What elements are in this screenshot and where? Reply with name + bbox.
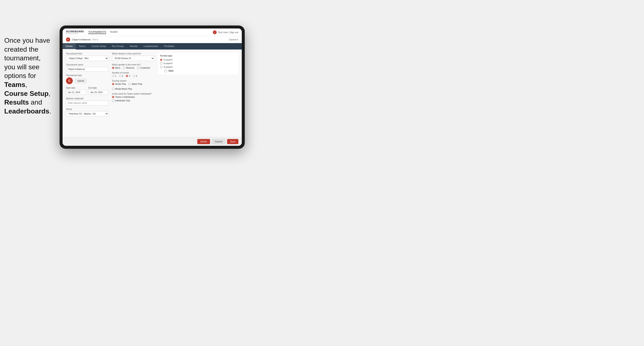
rounds-group: Number of rounds 1 2 3 4 [112, 72, 154, 77]
venue-group: Venue Peachtree GC - Atlanta - GA [66, 108, 108, 117]
gender-radio-group: Mens Womens Combined [112, 67, 154, 69]
scoring-radio-group: Stroke Play Match Play Medal Match Play [112, 83, 154, 90]
logo-preview: C [66, 77, 73, 84]
delete-button[interactable]: Delete [197, 139, 210, 144]
nav-tournaments[interactable]: TOURNAMENTS [88, 31, 106, 34]
col-right: Format type 5 count 4 6 count 4 6 count … [158, 52, 238, 134]
cancel-button-top[interactable]: Cancel X [229, 38, 238, 41]
tournament-host-select[interactable]: Clippd College - Men [66, 56, 108, 61]
teams-label: Is this event for Teams and/or Individua… [112, 93, 154, 95]
tab-details[interactable]: Details [62, 43, 76, 49]
tournament-host-group: Tournament Host Clippd College - Men [66, 52, 108, 61]
rounds-label: Number of rounds [112, 72, 154, 74]
gender-group: Which gender is the event for? Mens Wome… [112, 64, 154, 69]
bottom-bar: Delete Cancel Save [62, 137, 242, 146]
scoring-stroke-play[interactable]: Stroke Play [112, 83, 126, 85]
division-select[interactable]: NCAA Division III [112, 56, 154, 61]
end-date-input[interactable] [88, 90, 108, 95]
start-date-input[interactable] [66, 90, 86, 95]
date-group: Start date End date [66, 87, 108, 95]
individuals-only[interactable]: Individuals Only [112, 99, 130, 102]
instruction-text: Once you have created the tournament, yo… [0, 32, 58, 120]
end-date-group: End date [88, 87, 108, 95]
gender-combined[interactable]: Combined [137, 67, 150, 69]
tournament-name: Clippd Invitational [72, 38, 90, 41]
user-label[interactable]: Test User | Sign out [218, 31, 238, 34]
tab-tee-groups[interactable]: Tee Groups [109, 43, 127, 49]
logo-upload-area: C Upload [66, 77, 108, 84]
scoring-label: Scoring system [112, 80, 154, 82]
venue-label: Venue [66, 108, 108, 110]
logo-sub: Powered by clippd [66, 33, 84, 34]
format-title: Format type [160, 55, 236, 57]
tournament-name-label: Tournament name [66, 64, 108, 66]
instruction-line2: created the [4, 45, 38, 53]
breadcrumb-icon: C [66, 37, 70, 42]
breadcrumb-bar: C Clippd Invitational (Men) Cancel X [62, 36, 242, 43]
gender-label: Which gender is the event for? [112, 64, 154, 66]
tablet-screen: SCOREBOARD Powered by clippd TOURNAMENTS… [62, 28, 242, 146]
teams-group: Is this event for Teams and/or Individua… [112, 93, 154, 102]
rounds-radio-group: 1 2 3 4 [112, 75, 154, 77]
format-5count4[interactable]: 5 count 4 [160, 59, 236, 61]
top-nav: SCOREBOARD Powered by clippd TOURNAMENTS… [62, 28, 242, 36]
upload-button[interactable]: Upload [75, 79, 86, 83]
tournament-gender: (Men) [92, 38, 98, 41]
rounds-3[interactable]: 3 [126, 75, 130, 77]
scoring-match-play[interactable]: Match Play [128, 83, 142, 85]
col-left: Tournament Host Clippd College - Men Tou… [66, 52, 108, 134]
save-button[interactable]: Save [227, 139, 238, 144]
instruction-teams: Teams [4, 81, 25, 88]
format-6count4[interactable]: 6 count 4 [160, 62, 236, 65]
main-content: Tournament Host Clippd College - Men Tou… [62, 49, 242, 137]
division-group: Which division is the event for? NCAA Di… [112, 52, 154, 61]
breadcrumb-left: C Clippd Invitational (Men) [66, 37, 98, 42]
tab-printables[interactable]: Printables [161, 43, 178, 49]
division-label: Which division is the event for? [112, 52, 154, 55]
instruction-line5: options for [4, 72, 36, 79]
teams-plus-individuals[interactable]: Teams (+Individuals) [112, 96, 135, 98]
format-other-group: Other [164, 69, 236, 72]
instruction-leaderboards: Leaderboards [4, 107, 49, 115]
scoring-group: Scoring system Stroke Play Match Play Me… [112, 80, 154, 90]
rounds-4[interactable]: 4 [133, 75, 137, 77]
instruction-line4: you will see [4, 63, 39, 71]
tournament-name-input[interactable] [66, 67, 108, 72]
gender-womens[interactable]: Womens [123, 67, 134, 69]
sponsor-group: Sponsor (optional) [66, 97, 108, 105]
start-date-group: Start date [66, 87, 86, 95]
instruction-course-setup: Course Setup [4, 90, 48, 97]
user-avatar: T [213, 30, 217, 34]
instruction-line1: Once you have [4, 36, 50, 44]
format-section: Format type 5 count 4 6 count 4 6 count … [158, 52, 238, 74]
rounds-2[interactable]: 2 [119, 75, 124, 77]
user-area: T Test User | Sign out [213, 30, 238, 34]
tournament-host-label: Tournament Host [66, 52, 108, 55]
tournament-name-group: Tournament name [66, 64, 108, 72]
start-date-label: Start date [66, 87, 86, 89]
instruction-results: Results [4, 98, 29, 106]
tab-leaderboards[interactable]: Leaderboards [141, 43, 161, 49]
tournament-logo-label: Tournament logo [66, 74, 108, 76]
venue-select[interactable]: Peachtree GC - Atlanta - GA [66, 111, 108, 117]
sponsor-label: Sponsor (optional) [66, 97, 108, 100]
gender-mens[interactable]: Mens [112, 67, 120, 69]
tab-course-setup[interactable]: Course Setup [88, 43, 109, 49]
nav-teams[interactable]: TEAMS [110, 31, 118, 34]
scoring-medal-match-play[interactable]: Medal Match Play [112, 88, 132, 90]
tablet-shell: SCOREBOARD Powered by clippd TOURNAMENTS… [60, 25, 245, 149]
tab-results[interactable]: Results [127, 43, 141, 49]
format-other-label: Other [168, 70, 174, 72]
end-date-label: End date [88, 87, 108, 89]
cancel-button[interactable]: Cancel [212, 139, 226, 144]
tab-row: Details Teams Course Setup Tee Groups Re… [62, 43, 242, 49]
rounds-1[interactable]: 1 [112, 75, 116, 77]
sponsor-input[interactable] [66, 101, 108, 105]
tournament-logo-group: Tournament logo C Upload [66, 74, 108, 84]
tab-teams[interactable]: Teams [76, 43, 88, 49]
format-other-radio[interactable] [164, 69, 167, 72]
nav-links: TOURNAMENTS TEAMS [88, 31, 213, 34]
format-6count5[interactable]: 6 count 5 [160, 66, 236, 68]
teams-radio-group: Teams (+Individuals) Individuals Only [112, 96, 154, 102]
instruction-line3: tournament, [4, 54, 41, 62]
